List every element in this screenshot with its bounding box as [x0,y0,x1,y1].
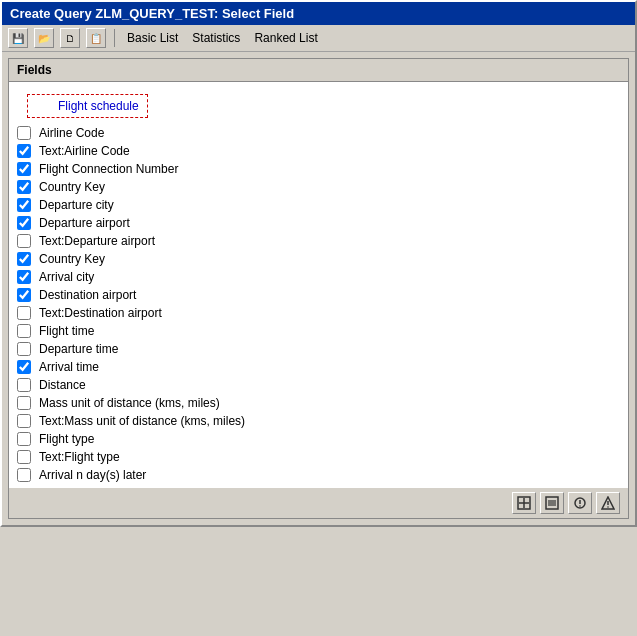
window-title: Create Query ZLM_QUERY_TEST: Select Fiel… [10,6,294,21]
field-label-departure_time: Departure time [39,342,118,356]
field-row-arrival_city: Arrival city [9,268,628,286]
open-icon[interactable]: 📂 [34,28,54,48]
bottom-btn-1[interactable] [512,492,536,514]
field-row-departure_time: Departure time [9,340,628,358]
field-label-text_mass_unit_distance: Text:Mass unit of distance (kms, miles) [39,414,245,428]
checkbox-arrival_time[interactable] [17,360,31,374]
field-label-arrival_time: Arrival time [39,360,99,374]
bottom-toolbar [9,488,628,518]
statistics-button[interactable]: Statistics [188,29,244,47]
section-header: Fields [9,59,628,82]
ranked-list-button[interactable]: Ranked List [250,29,321,47]
toolbar: 💾 📂 🗋 📋 Basic List Statistics Ranked Lis… [2,25,635,52]
field-row-arrival_n_days_later: Arrival n day(s) later [9,466,628,484]
toolbar-separator [114,29,115,47]
field-row-arrival_time: Arrival time [9,358,628,376]
field-row-distance: Distance [9,376,628,394]
bottom-btn-3[interactable] [568,492,592,514]
group-label: Flight schedule [27,94,148,118]
field-row-country_key_2: Country Key [9,250,628,268]
field-row-departure_city: Departure city [9,196,628,214]
checkbox-departure_city[interactable] [17,198,31,212]
checkbox-departure_airport[interactable] [17,216,31,230]
field-label-destination_airport: Destination airport [39,288,136,302]
checkbox-text_flight_type[interactable] [17,450,31,464]
field-label-flight_connection_number: Flight Connection Number [39,162,178,176]
checkbox-text_departure_airport[interactable] [17,234,31,248]
field-label-flight_time: Flight time [39,324,94,338]
field-row-flight_type: Flight type [9,430,628,448]
field-row-text_flight_type: Text:Flight type [9,448,628,466]
field-label-text_destination_airport: Text:Destination airport [39,306,162,320]
checkbox-text_destination_airport[interactable] [17,306,31,320]
field-label-distance: Distance [39,378,86,392]
checkbox-destination_airport[interactable] [17,288,31,302]
save-icon[interactable]: 💾 [8,28,28,48]
bottom-btn-4[interactable] [596,492,620,514]
basic-list-button[interactable]: Basic List [123,29,182,47]
field-label-airline_code: Airline Code [39,126,104,140]
new-icon[interactable]: 🗋 [60,28,80,48]
bottom-btn-2[interactable] [540,492,564,514]
checkbox-departure_time[interactable] [17,342,31,356]
checkbox-airline_code[interactable] [17,126,31,140]
field-row-text_mass_unit_distance: Text:Mass unit of distance (kms, miles) [9,412,628,430]
checkbox-country_key_1[interactable] [17,180,31,194]
field-row-text_departure_airport: Text:Departure airport [9,232,628,250]
fields-panel: Fields Flight schedule Airline CodeText:… [8,58,629,519]
checkbox-mass_unit_distance[interactable] [17,396,31,410]
section-label: Fields [17,63,52,77]
field-label-flight_type: Flight type [39,432,94,446]
field-label-country_key_2: Country Key [39,252,105,266]
svg-point-12 [607,506,609,508]
checkbox-country_key_2[interactable] [17,252,31,266]
checkbox-flight_connection_number[interactable] [17,162,31,176]
main-window: Create Query ZLM_QUERY_TEST: Select Fiel… [0,0,637,527]
field-row-mass_unit_distance: Mass unit of distance (kms, miles) [9,394,628,412]
checkbox-text_airline_code[interactable] [17,144,31,158]
svg-point-9 [579,505,581,507]
field-row-flight_time: Flight time [9,322,628,340]
field-row-country_key_1: Country Key [9,178,628,196]
copy-icon[interactable]: 📋 [86,28,106,48]
field-row-text_airline_code: Text:Airline Code [9,142,628,160]
field-row-airline_code: Airline Code [9,124,628,142]
title-bar: Create Query ZLM_QUERY_TEST: Select Fiel… [2,2,635,25]
fields-list: Flight schedule Airline CodeText:Airline… [9,82,628,488]
field-row-departure_airport: Departure airport [9,214,628,232]
fields-rows-container: Airline CodeText:Airline CodeFlight Conn… [9,124,628,484]
field-label-country_key_1: Country Key [39,180,105,194]
field-row-text_destination_airport: Text:Destination airport [9,304,628,322]
field-label-text_departure_airport: Text:Departure airport [39,234,155,248]
field-label-arrival_n_days_later: Arrival n day(s) later [39,468,146,482]
checkbox-flight_type[interactable] [17,432,31,446]
field-label-mass_unit_distance: Mass unit of distance (kms, miles) [39,396,220,410]
checkbox-flight_time[interactable] [17,324,31,338]
field-row-flight_connection_number: Flight Connection Number [9,160,628,178]
field-label-text_flight_type: Text:Flight type [39,450,120,464]
field-label-text_airline_code: Text:Airline Code [39,144,130,158]
checkbox-text_mass_unit_distance[interactable] [17,414,31,428]
field-label-arrival_city: Arrival city [39,270,94,284]
field-row-destination_airport: Destination airport [9,286,628,304]
field-label-departure_city: Departure city [39,198,114,212]
checkbox-distance[interactable] [17,378,31,392]
checkbox-arrival_n_days_later[interactable] [17,468,31,482]
field-label-departure_airport: Departure airport [39,216,130,230]
checkbox-arrival_city[interactable] [17,270,31,284]
